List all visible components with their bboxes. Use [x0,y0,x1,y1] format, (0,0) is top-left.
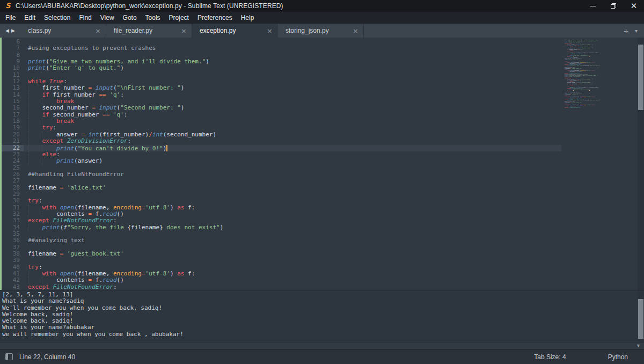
line-number: 35 [0,231,24,237]
tab-exception.py[interactable]: exception.py× [192,24,278,38]
line-number: 14 [0,92,24,98]
token-f: open [60,271,75,277]
token-p: ( [113,85,117,91]
minimize-button[interactable] [583,0,603,12]
indent-guide [28,125,28,131]
minimap-token: : [580,107,581,108]
menu-goto[interactable]: Goto [119,12,141,24]
menu-find[interactable]: Find [75,12,96,24]
line-number: 37 [0,244,24,251]
tab-storing_json.py[interactable]: storing_json.py× [278,24,364,38]
line-number: 22 [0,145,24,151]
token-s: 'utf-8' [145,205,170,211]
tab-size-indicator[interactable]: Tab Size: 4 [534,353,566,361]
line-number: 43 [0,284,24,290]
tab-close-icon[interactable]: × [353,27,358,34]
token-p: ) [220,224,224,231]
token-s: "Give me two numbers, and i'll divide th… [49,59,206,65]
syntax-indicator[interactable]: Python [608,353,628,361]
code-line-28: 28filename = 'alice.txt' [0,185,561,191]
menu-view[interactable]: View [96,12,119,24]
token-f: read [103,211,117,217]
line-number: 38 [0,251,24,257]
minimap[interactable]: #using exceptions to prevent crashesprin… [561,38,638,290]
line-number: 25 [0,165,24,171]
status-bar: Line 22, Column 40 Tab Size: 4 Python [0,349,644,364]
token-o: = [92,105,96,111]
token-s: 'q' [113,112,124,118]
tab-close-icon[interactable]: × [95,27,101,34]
token-p: ) [181,105,185,111]
console-hscroll-track[interactable]: ▼ [0,342,644,349]
token-p: filename [28,251,60,257]
token-s: "Sorry, the file [67,224,128,231]
code-line-10: 10print("Enter 'q' to quit.") [0,65,561,71]
code-line-22: 22 print("You can't divide by 0!") [0,145,561,151]
token-s: "Enter 'q' to quit." [49,65,120,71]
tab-class.py[interactable]: class.py× [20,24,106,38]
token-p: ) [181,85,185,91]
tab-file_reader.py[interactable]: file_reader.py× [106,24,192,38]
tab-back-icon[interactable]: ◀ [5,28,9,33]
code-line-text: if first_number == 'q': [24,92,561,98]
indent-guide [42,98,42,105]
menu-selection[interactable]: Selection [40,12,75,24]
menu-help[interactable]: Help [237,12,259,24]
line-number: 29 [0,191,24,198]
tab-label: class.py [28,27,92,34]
sidebar-toggle-icon[interactable] [5,353,13,360]
scroll-down-icon[interactable]: ▼ [636,343,641,348]
line-number: 28 [0,185,24,191]
token-f: read [103,277,117,283]
line-number: 40 [0,264,24,271]
code-line-text: except FileNotFoundError: [24,284,561,290]
token-o: / [149,132,152,138]
indent-guide [28,151,28,158]
token-s: does not exist" [163,224,220,231]
new-tab-icon[interactable]: + [624,26,628,35]
token-fi: f [63,224,67,231]
token-k: if [42,92,49,98]
indent-guide [28,271,28,277]
token-p: () [117,211,124,217]
menu-edit[interactable]: Edit [20,12,40,24]
code-line-text: break [24,98,561,105]
cursor-position: Line 22, Column 40 [19,353,75,361]
code-line-text: filename = 'alice.txt' [24,185,561,191]
token-p: f. [92,277,103,283]
indent-guide [28,132,28,138]
token-p [63,251,67,257]
token-f: print [28,65,46,71]
editor-scrollbar-track[interactable] [638,38,644,290]
line-number: 18 [0,118,24,125]
tab-close-icon[interactable]: × [181,27,187,34]
token-t: FileNotFoundError [53,217,113,224]
tab-forward-icon[interactable]: ▶ [11,28,15,33]
restore-button[interactable] [603,0,624,12]
token-o: = [81,132,85,138]
tab-overflow-icon[interactable]: ▾ [635,28,638,34]
editor-area[interactable]: 67#using exceptions to prevent crashes89… [0,38,644,290]
code-line-14: 14 if first_number == 'q': [0,92,561,98]
line-number: 13 [0,85,24,91]
token-p: : [56,151,60,158]
tab-close-icon[interactable]: × [267,27,273,34]
token-a: encoding [113,205,142,211]
token-k: except [28,284,49,290]
menu-tools[interactable]: Tools [141,12,165,24]
code-line-18: 18 break [0,118,561,125]
menu-project[interactable]: Project [165,12,193,24]
console-scrollbar-track[interactable] [638,290,644,342]
minimize-icon [590,6,596,6]
menu-file[interactable]: File [1,12,20,24]
token-s: "Second number: " [120,105,181,111]
line-number: 15 [0,98,24,105]
menu-preferences[interactable]: Preferences [193,12,237,24]
console-scrollbar-thumb[interactable] [638,299,643,339]
token-f: input [99,105,116,111]
close-button[interactable]: ✕ [624,0,644,12]
minimap-token: FileNotFoundError [569,107,580,108]
editor-scrollbar-thumb[interactable] [638,45,643,110]
code-view[interactable]: 67#using exceptions to prevent crashes89… [0,38,561,290]
token-k: break [56,98,74,105]
